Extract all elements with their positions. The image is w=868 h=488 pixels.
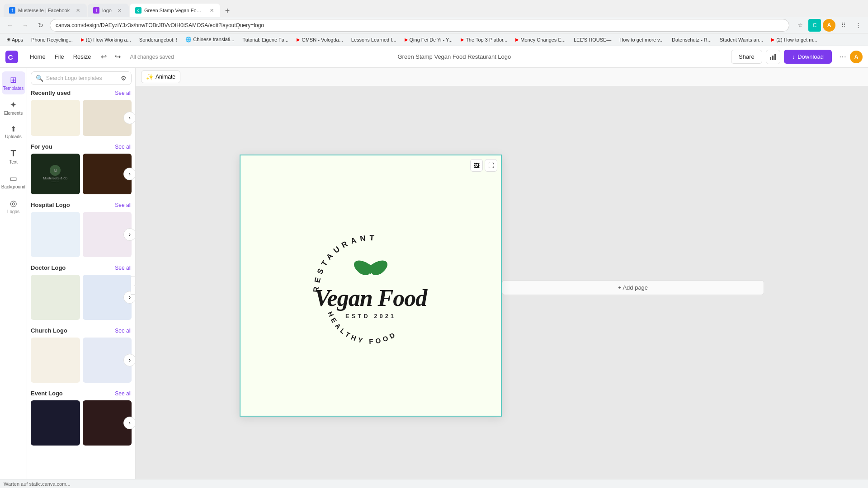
- sidebar-item-background[interactable]: ▭ Background: [2, 170, 25, 193]
- section-event-logo-title: Event Logo: [31, 390, 63, 397]
- section-for-you-title: For you: [31, 143, 52, 150]
- filter-icon[interactable]: ⚙: [121, 75, 127, 82]
- bookmark-datenschutz[interactable]: Datenschutz - R...: [669, 36, 714, 43]
- canva-logo[interactable]: C: [5, 51, 18, 63]
- bookmark-qing[interactable]: ▶ Qing Fei De Yi - Y...: [402, 36, 456, 43]
- bookmark-how-working[interactable]: ▶ (1) How Working a...: [78, 36, 134, 43]
- event-thumb-1[interactable]: [31, 400, 80, 446]
- browser-toolbar: ← → ↻ canva.com/design/DAEyziY3z3s/hnwTO…: [0, 17, 868, 33]
- bookmark-apps[interactable]: ⊞Apps: [4, 36, 26, 43]
- section-hospital-logo-see-all[interactable]: See all: [115, 202, 132, 208]
- bookmark-gmsn[interactable]: ▶ GMSN - Vologda...: [294, 36, 346, 43]
- recently-used-thumb-1[interactable]: [31, 100, 80, 136]
- add-page-bar: + Add page: [502, 280, 764, 295]
- home-menu-item[interactable]: Home: [25, 51, 50, 63]
- section-hospital-logo-title: Hospital Logo: [31, 202, 70, 208]
- file-menu-item[interactable]: File: [50, 51, 69, 63]
- canva-app-icon[interactable]: C: [808, 19, 821, 32]
- sidebar-item-text[interactable]: T Text: [2, 145, 25, 168]
- bookmark-student[interactable]: Student Wants an...: [717, 36, 766, 43]
- share-button[interactable]: Share: [731, 50, 762, 64]
- tab-logo[interactable]: l logo ✕: [88, 4, 129, 17]
- ellipsis-icon: ⋯: [839, 52, 846, 61]
- bookmark-chinese[interactable]: 🌐 Chinese translati...: [183, 36, 237, 43]
- download-icon: ↓: [792, 53, 795, 60]
- section-event-logo-see-all[interactable]: See all: [115, 390, 132, 397]
- logo-svg: RESTAURANT Vegan Food: [298, 213, 443, 358]
- extensions-icon[interactable]: ⠿: [837, 19, 850, 32]
- user-profile-icon[interactable]: A: [823, 19, 835, 32]
- stats-button[interactable]: [766, 50, 780, 64]
- template-panel: 🔍 ⚙ Recently used See all ›: [27, 68, 136, 488]
- section-recently-used-title: Recently used: [31, 89, 71, 96]
- search-icon: 🔍: [36, 75, 43, 82]
- hospital-thumb-1[interactable]: [31, 212, 80, 257]
- redo-button[interactable]: ↪: [111, 50, 124, 64]
- sidebar-item-templates[interactable]: ⊞ Templates: [2, 71, 25, 94]
- svg-text:C: C: [8, 53, 13, 61]
- user-avatar[interactable]: A: [850, 51, 863, 63]
- collapse-panel-button[interactable]: ‹: [131, 277, 136, 295]
- section-for-you-see-all[interactable]: See all: [115, 144, 132, 150]
- animate-sparkle-icon: ✨: [146, 73, 154, 80]
- tab-facebook[interactable]: f Musterseite | Facebook ✕: [4, 4, 87, 17]
- bookmark-money[interactable]: ▶ Money Changes E...: [513, 36, 568, 43]
- tab-add-button[interactable]: +: [221, 5, 234, 17]
- elements-icon: ✦: [10, 100, 17, 110]
- search-input[interactable]: [46, 75, 118, 81]
- more-options-button[interactable]: ⋯: [835, 50, 850, 64]
- for-you-see-more-btn[interactable]: ›: [123, 168, 136, 180]
- recently-used-see-more-btn[interactable]: ›: [123, 112, 136, 124]
- nav-reload-button[interactable]: ↻: [34, 19, 47, 32]
- section-hospital-logo: Hospital Logo See all ›: [31, 202, 132, 257]
- church-see-more-btn[interactable]: ›: [123, 354, 136, 366]
- section-church-logo-see-all[interactable]: See all: [115, 328, 132, 334]
- nav-back-button[interactable]: ←: [4, 19, 16, 32]
- bookmark-top3[interactable]: ▶ The Top 3 Platfor...: [458, 36, 510, 43]
- add-page-button[interactable]: + Add page: [502, 280, 764, 295]
- app-container: C Home File Resize ↩ ↪ All changes saved…: [0, 46, 868, 488]
- section-doctor-logo-title: Doctor Logo: [31, 264, 66, 271]
- section-doctor-logo-see-all[interactable]: See all: [115, 265, 132, 271]
- doctor-thumb-1[interactable]: [31, 275, 80, 320]
- sidebar-item-elements[interactable]: ✦ Elements: [2, 96, 25, 119]
- hospital-see-more-btn[interactable]: ›: [123, 228, 136, 241]
- resize-menu-item[interactable]: Resize: [69, 51, 96, 63]
- animate-button[interactable]: ✨ Animate: [141, 70, 180, 83]
- tab-close-facebook[interactable]: ✕: [74, 7, 81, 14]
- search-bar: 🔍 ⚙: [31, 71, 132, 85]
- canvas-image-icon[interactable]: 🖼: [470, 159, 483, 172]
- bookmark-tutorial[interactable]: Tutorial: Eigene Fa...: [240, 36, 291, 43]
- bookmark-sonderangebot[interactable]: Sonderangebot: !: [137, 36, 180, 43]
- download-button[interactable]: ↓ Download: [784, 50, 832, 64]
- bookmark-more-views[interactable]: How to get more v...: [617, 36, 666, 43]
- undo-button[interactable]: ↩: [97, 50, 110, 64]
- bookmark-phone-recycling[interactable]: Phone Recycling...: [28, 36, 75, 43]
- sidebar-item-uploads[interactable]: ⬆ Uploads: [2, 121, 25, 143]
- bookmark-how2[interactable]: ▶ (2) How to get m...: [769, 36, 820, 43]
- canvas-expand-icon[interactable]: ⛶: [485, 159, 497, 172]
- bookmark-lessons[interactable]: Lessons Learned f...: [349, 36, 399, 43]
- church-thumb-1[interactable]: [31, 338, 80, 383]
- svg-rect-3: [772, 56, 774, 60]
- autosave-status: All changes saved: [130, 54, 174, 60]
- nav-forward-button[interactable]: →: [19, 19, 32, 32]
- browser-menu-icon[interactable]: ⋮: [852, 19, 864, 32]
- section-doctor-logo: Doctor Logo See all ›: [31, 264, 132, 320]
- tab-canva[interactable]: c Green Stamp Vegan Food Re... ✕: [130, 4, 220, 17]
- address-bar[interactable]: canva.com/design/DAEyziY3z3s/hnwTOBrJBVv…: [50, 19, 789, 32]
- section-recently-used-see-all[interactable]: See all: [115, 90, 132, 96]
- for-you-thumb-1[interactable]: M Musterseite & Co----- ---: [31, 154, 80, 194]
- tab-close-canva[interactable]: ✕: [208, 7, 215, 14]
- main-content: ⊞ Templates ✦ Elements ⬆ Uploads T Text …: [0, 68, 868, 488]
- background-icon: ▭: [9, 174, 17, 183]
- tab-bar: f Musterseite | Facebook ✕ l logo ✕ c Gr…: [0, 0, 868, 17]
- bookmark-star-icon[interactable]: ☆: [794, 19, 807, 32]
- bookmark-lees-house[interactable]: LEE'S HOUSE—: [571, 36, 614, 43]
- svg-rect-4: [774, 54, 776, 60]
- sidebar-item-logos[interactable]: ◎ Logos: [2, 195, 25, 218]
- tab-close-logo[interactable]: ✕: [116, 7, 123, 14]
- canvas-area: ✨ Animate 🖼 ⛶: [136, 68, 868, 488]
- event-see-more-btn[interactable]: ›: [123, 417, 136, 429]
- section-church-logo-title: Church Logo: [31, 327, 67, 334]
